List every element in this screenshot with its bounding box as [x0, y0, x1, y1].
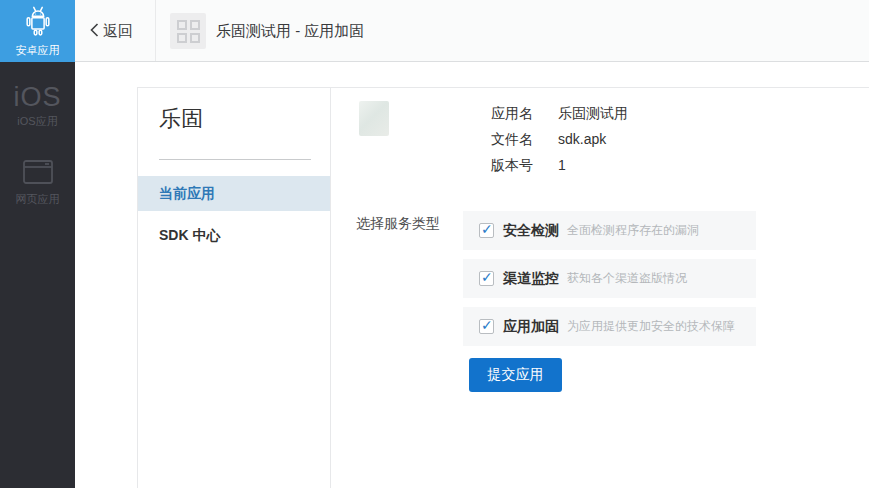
app-name-value: 乐固测试用: [558, 100, 628, 126]
browser-icon: [22, 158, 54, 190]
service-type-section-label: 选择服务类型: [356, 215, 440, 233]
app-hardening-checkbox[interactable]: [479, 319, 494, 334]
grid-icon: [177, 20, 200, 43]
version-label: 版本号: [491, 152, 558, 178]
top-bar: 返回 乐固测试用 - 应用加固: [75, 0, 869, 62]
app-info-row-version: 版本号 1: [491, 152, 628, 178]
service-name: 应用加固: [503, 318, 559, 336]
security-scan-checkbox[interactable]: [479, 223, 494, 238]
menu-item-current-app[interactable]: 当前应用: [138, 176, 330, 211]
service-desc: 为应用提供更加安全的技术保障: [567, 318, 735, 335]
channel-monitor-checkbox[interactable]: [479, 271, 494, 286]
app-name-label: 应用名: [491, 100, 558, 126]
sidebar-item-web-label: 网页应用: [16, 193, 60, 206]
app-type-sidebar: 安卓应用 iOS iOS应用 网页应用: [0, 0, 75, 488]
chevron-left-icon: [90, 23, 99, 40]
sidebar-item-ios[interactable]: iOS iOS应用: [0, 82, 75, 128]
service-name: 安全检测: [503, 222, 559, 240]
back-button-label: 返回: [103, 22, 133, 41]
app-placeholder-icon: [170, 13, 206, 49]
sidebar-item-ios-label: iOS应用: [17, 115, 57, 128]
app-info-row-file: 文件名 sdk.apk: [491, 126, 628, 152]
legu-menu: 乐固 当前应用 SDK 中心: [138, 88, 331, 488]
legu-app-window: 安卓应用 iOS iOS应用 网页应用 返回: [0, 0, 869, 491]
sidebar-item-web[interactable]: 网页应用: [0, 158, 75, 206]
service-desc: 获知各个渠道盗版情况: [567, 270, 687, 287]
service-desc: 全面检测程序存在的漏洞: [567, 222, 699, 239]
page-title: 乐固测试用 - 应用加固: [216, 0, 364, 62]
app-info-row-name: 应用名 乐固测试用: [491, 100, 628, 126]
back-button[interactable]: 返回: [90, 0, 133, 62]
topbar-divider: [155, 0, 156, 61]
menu-divider: [159, 159, 311, 160]
app-info: 应用名 乐固测试用 文件名 sdk.apk 版本号 1: [491, 100, 628, 178]
file-name-label: 文件名: [491, 126, 558, 152]
content-panel: 乐固 当前应用 SDK 中心 应用名 乐固测试用 文件名 sdk.apk 版本号…: [137, 87, 869, 488]
submit-app-button[interactable]: 提交应用: [469, 358, 562, 392]
version-value: 1: [558, 152, 566, 178]
service-option-channel-monitor[interactable]: 渠道监控 获知各个渠道盗版情况: [463, 259, 756, 298]
service-option-security-scan[interactable]: 安全检测 全面检测程序存在的漏洞: [463, 211, 756, 250]
app-thumbnail: [359, 101, 389, 136]
sidebar-item-android-label: 安卓应用: [16, 44, 60, 57]
file-name-value: sdk.apk: [558, 126, 606, 152]
sidebar-item-android[interactable]: 安卓应用: [0, 0, 75, 62]
menu-item-sdk-center[interactable]: SDK 中心: [138, 218, 330, 253]
menu-heading: 乐固: [159, 104, 330, 134]
service-name: 渠道监控: [503, 270, 559, 288]
ios-icon: iOS: [13, 82, 61, 112]
service-option-app-hardening[interactable]: 应用加固 为应用提供更加安全的技术保障: [463, 307, 756, 346]
android-icon: [21, 5, 55, 41]
